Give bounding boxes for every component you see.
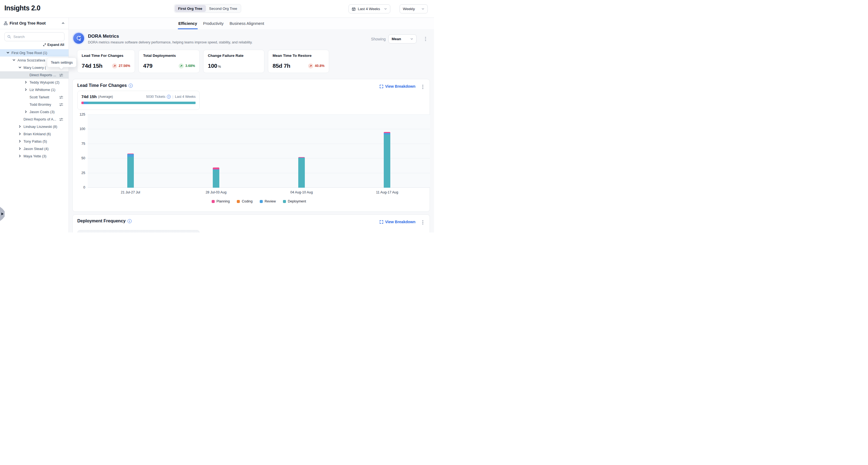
sidebar-root-title: First Org Tree Root (9, 21, 60, 25)
tree-item[interactable]: Lindsay Liszewski (8) (0, 123, 68, 130)
tree-item[interactable]: Direct Reports of A... (0, 116, 68, 123)
tree-item-label: Mary Lowery ( (24, 66, 46, 70)
trend-badge: 27.56% (112, 63, 130, 69)
search-input[interactable] (13, 34, 61, 39)
trend-up-icon (308, 63, 313, 69)
tree-item[interactable]: Jason Coats (3) (0, 108, 68, 116)
tab-efficiency[interactable]: Efficiency (178, 18, 198, 29)
stacked-bar[interactable] (127, 154, 134, 188)
expand-drawer-icon (1, 213, 4, 215)
trend-delta: 27.56% (119, 64, 130, 68)
gridline (88, 115, 430, 115)
chevron-right-icon[interactable] (18, 132, 22, 136)
metric-card-title: Mean Time To Restore (273, 54, 324, 58)
team-settings-icon[interactable] (59, 118, 63, 121)
chevron-right-icon[interactable] (24, 88, 28, 92)
gridline (88, 158, 430, 158)
tree-item[interactable]: Direct Reports ... (0, 71, 68, 79)
info-icon[interactable] (128, 219, 132, 223)
tree-item[interactable]: Jason Stead (4) (0, 145, 68, 152)
metric-card-value: 74d 15h (82, 63, 102, 69)
deployment-kebab-menu[interactable] (421, 220, 425, 225)
chevron-down-icon[interactable] (6, 51, 10, 55)
tree-item-label: Todd Bromley (30, 102, 51, 106)
lead-time-summary-card: 74d 15h (Average) 5030 Tickets | Last 4 … (77, 91, 200, 110)
gridline (88, 129, 430, 129)
date-range-value: Last 4 Weeks (358, 7, 382, 11)
tree-item-label: Liz Whittome (1) (30, 88, 56, 92)
org-tree-sidebar: First Org Tree Root Expand All First Org… (0, 18, 69, 232)
tree-item[interactable]: Brian Kirkland (6) (0, 130, 68, 138)
gridline (88, 144, 430, 144)
showing-select[interactable]: Mean (389, 34, 416, 43)
sidebar-search[interactable] (4, 32, 64, 41)
chevron-down-icon (422, 7, 425, 10)
tree-item[interactable]: First Org Tree Root (1) (0, 49, 68, 57)
metric-card-value: 100% (208, 63, 221, 69)
trend-delta: 40.8% (315, 64, 324, 68)
org-toggle-second[interactable]: Second Org Tree (206, 5, 241, 12)
legend-item[interactable]: Planning (212, 199, 230, 203)
metric-card-title: Change Failure Rate (208, 54, 260, 58)
stacked-bar[interactable] (213, 167, 219, 188)
lead-time-kebab-menu[interactable] (421, 84, 425, 90)
org-tree-icon (4, 21, 8, 25)
stacked-bar[interactable] (298, 157, 305, 188)
summary-range: Last 4 Weeks (175, 95, 195, 99)
tree-item-label: Direct Reports ... (30, 73, 56, 77)
chevron-right-icon[interactable] (18, 154, 22, 158)
summary-separator: | (172, 95, 173, 99)
info-icon[interactable] (167, 95, 171, 99)
y-tick-label: 100 (75, 127, 85, 131)
chevron-right-icon[interactable] (18, 140, 22, 143)
metric-card-value: 479 (143, 63, 152, 69)
chevron-down-icon[interactable] (12, 59, 16, 62)
deployment-frequency-title: Deployment Frequency (77, 219, 126, 223)
gridline (88, 187, 430, 188)
chevron-right-icon[interactable] (24, 110, 28, 114)
chevron-right-icon[interactable] (24, 81, 28, 84)
collapse-sidebar-icon[interactable] (61, 22, 65, 25)
summary-value: 74d 15h (82, 94, 97, 99)
tree-item[interactable]: Maya Yette (3) (0, 152, 68, 160)
legend-item[interactable]: Coding (237, 199, 253, 203)
dora-kebab-menu[interactable] (424, 36, 428, 42)
legend-item[interactable]: Review (260, 199, 276, 203)
view-breakdown-link[interactable]: View Breakdown (380, 220, 415, 224)
metric-card: Mean Time To Restore85d 7h40.8% (268, 50, 329, 73)
expand-all-button[interactable]: Expand All (43, 43, 64, 47)
chevron-right-icon[interactable] (18, 125, 22, 128)
chevron-right-icon[interactable] (18, 147, 22, 151)
gridline (88, 173, 430, 173)
date-range-select[interactable]: Last 4 Weeks (348, 4, 390, 13)
tab-productivity[interactable]: Productivity (203, 18, 224, 29)
showing-value: Mean (392, 37, 410, 41)
legend-label: Coding (242, 199, 253, 203)
y-tick-label: 25 (75, 171, 85, 175)
view-breakdown-icon (380, 85, 383, 88)
team-settings-icon[interactable] (59, 73, 63, 77)
stacked-bar[interactable] (384, 132, 390, 188)
org-toggle-first[interactable]: First Org Tree (175, 5, 206, 12)
showing-label: Showing (371, 37, 386, 41)
tree-item[interactable]: Scott Tarkett (0, 93, 68, 101)
tab-business-alignment[interactable]: Business Alignment (229, 18, 265, 29)
view-breakdown-link[interactable]: View Breakdown (380, 84, 415, 89)
metric-card-value: 85d 7h (273, 63, 290, 69)
tree-item-label: Lindsay Liszewski (8) (24, 125, 57, 129)
tree-item-label: Tony Pallas (5) (24, 140, 47, 144)
granularity-select[interactable]: Weekly (400, 4, 428, 13)
legend-label: Deployment (288, 199, 306, 203)
tree-item[interactable]: Todd Bromley (0, 101, 68, 108)
tree-item[interactable]: Teddy Wylupski (2) (0, 79, 68, 86)
info-icon[interactable] (129, 84, 133, 88)
team-settings-icon[interactable] (59, 103, 63, 106)
chevron-down-icon[interactable] (18, 66, 22, 69)
y-tick-label: 0 (75, 186, 85, 189)
summary-suffix: (Average) (98, 95, 113, 99)
legend-item[interactable]: Deployment (283, 199, 306, 203)
tree-item[interactable]: Liz Whittome (1) (0, 86, 68, 93)
x-tick-label: 21 Jul-27 Jul (112, 190, 150, 194)
tree-item[interactable]: Tony Pallas (5) (0, 138, 68, 145)
team-settings-icon[interactable] (59, 96, 63, 99)
